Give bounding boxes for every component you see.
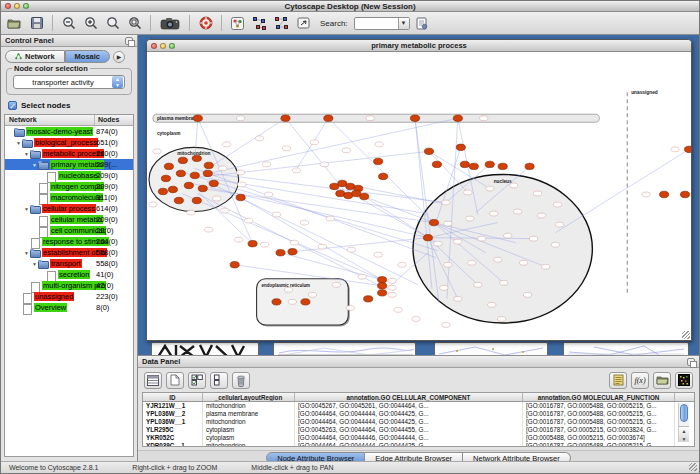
- column-header-molecular-function[interactable]: annotation.GO MOLECULAR_FUNCTION: [523, 393, 675, 401]
- select-attributes-icon[interactable]: [188, 372, 206, 389]
- manual-layout-icon[interactable]: [294, 14, 313, 32]
- network-tree-row[interactable]: ▼cellular process614(0): [5, 203, 133, 214]
- tree-column-network[interactable]: Network: [5, 115, 95, 125]
- attribute-table-row[interactable]: YJR121W__1mitochondrion[GO:0045267, GO:0…: [143, 402, 694, 410]
- network-node[interactable]: [324, 115, 333, 121]
- zoom-in-icon[interactable]: [81, 14, 100, 32]
- table-cell[interactable]: YPL036W__1: [143, 418, 203, 426]
- network-node[interactable]: [161, 175, 170, 181]
- network-tree-row[interactable]: ▼biological_process651(0): [5, 137, 133, 148]
- tree-expander-icon[interactable]: ▼: [23, 151, 30, 157]
- matrix-view-icon[interactable]: [675, 372, 693, 389]
- network-tree-row[interactable]: mosaic-demo-yeast874(0): [5, 126, 133, 137]
- node-color-attribute-select[interactable]: transporter activity ▲▼: [13, 75, 125, 89]
- network-tree-row[interactable]: nucleobase-209(0): [5, 170, 133, 181]
- network-node[interactable]: [378, 277, 387, 283]
- network-node[interactable]: [281, 115, 290, 121]
- network-tree-row[interactable]: ▼establishment of lo558(0): [5, 247, 133, 258]
- combo-stepper-icon[interactable]: ▲▼: [112, 76, 123, 88]
- network-node[interactable]: [272, 299, 281, 305]
- table-cell[interactable]: [GO:0044464, GO:0044444, GO:0044425, G..…: [295, 418, 523, 426]
- compartment-plasma-membrane[interactable]: [153, 114, 599, 122]
- network-node[interactable]: [424, 148, 433, 154]
- table-cell[interactable]: [GO:0005488, GO:0005215, GO:0003674]: [523, 434, 675, 442]
- table-cell[interactable]: YLR295C: [143, 426, 203, 434]
- unselect-attributes-icon[interactable]: [210, 372, 228, 389]
- network-node[interactable]: [423, 234, 432, 240]
- network-node[interactable]: [209, 180, 218, 186]
- network-tree-row[interactable]: Overview8(0): [5, 302, 133, 313]
- network-node[interactable]: [429, 219, 438, 225]
- app-resize-grip[interactable]: [689, 463, 697, 471]
- zoom-fit-icon[interactable]: [125, 14, 144, 32]
- network-node[interactable]: [469, 163, 478, 169]
- network-node[interactable]: [453, 115, 462, 121]
- background-window-fragment[interactable]: [434, 342, 548, 355]
- network-node[interactable]: [184, 182, 193, 188]
- tree-expander-icon[interactable]: ▼: [23, 250, 30, 256]
- search-input[interactable]: ▼: [354, 17, 410, 30]
- network-tree-row[interactable]: macromolecule311(0): [5, 192, 133, 203]
- table-cell[interactable]: mitochondrion: [203, 442, 295, 447]
- float-panel-icon[interactable]: [125, 37, 133, 45]
- table-cell[interactable]: mitochondrion: [203, 402, 295, 410]
- network-node[interactable]: [192, 197, 201, 203]
- table-cell[interactable]: [GO:0016787, GO:0005488, GO:0005215, G..…: [523, 442, 675, 447]
- network-tree-row[interactable]: cell communicat22(0): [5, 225, 133, 236]
- network-node[interactable]: [680, 191, 689, 197]
- search-options-icon[interactable]: [413, 14, 432, 32]
- tree-expander-icon[interactable]: ▼: [15, 140, 22, 146]
- tab-mosaic[interactable]: Mosaic: [65, 50, 110, 63]
- network-tree-row[interactable]: secretion41(0): [5, 269, 133, 280]
- import-attributes-icon[interactable]: [653, 372, 671, 389]
- attribute-table-row[interactable]: YKR052Ccytoplasm[GO:0044464, GO:0044446,…: [143, 434, 694, 442]
- network-node[interactable]: [378, 290, 387, 296]
- network-tree-row[interactable]: unassigned223(0): [5, 291, 133, 302]
- scrollbar-thumb[interactable]: [680, 404, 688, 422]
- tree-column-nodes[interactable]: Nodes: [95, 115, 133, 125]
- network-node[interactable]: [174, 197, 183, 203]
- background-window-fragment[interactable]: [273, 342, 416, 355]
- tab-network[interactable]: Network: [5, 50, 65, 63]
- network-node[interactable]: [193, 115, 202, 121]
- network-node[interactable]: [432, 161, 441, 167]
- tab-scroll-right-icon[interactable]: ▶: [113, 51, 125, 63]
- network-tree-row[interactable]: nitrogen compo209(0): [5, 181, 133, 192]
- network-node[interactable]: [164, 163, 173, 169]
- network-node[interactable]: [190, 172, 199, 178]
- table-cell[interactable]: [GO:0016787, GO:0005488, GO:0005215, G..…: [523, 418, 675, 426]
- network-node[interactable]: [485, 161, 494, 167]
- open-session-icon[interactable]: [5, 14, 24, 32]
- tree-expander-icon[interactable]: ▼: [23, 206, 30, 212]
- table-cell[interactable]: mitochondrion: [203, 418, 295, 426]
- attribute-grid-icon[interactable]: [144, 372, 162, 389]
- attribute-table-row[interactable]: YPL036W__1mitochondrion[GO:0044464, GO:0…: [143, 418, 694, 426]
- search-dropdown-arrow-icon[interactable]: ▼: [398, 18, 409, 29]
- table-cell[interactable]: [GO:0016787, GO:0005215, GO:0003824, G..…: [523, 426, 675, 434]
- network-tree-row[interactable]: cellular metabo209(0): [5, 214, 133, 225]
- network-node[interactable]: [364, 296, 373, 302]
- table-cell[interactable]: YDR039C__1: [143, 442, 203, 447]
- table-cell[interactable]: cytoplasm: [203, 434, 295, 442]
- table-cell[interactable]: [GO:0045263, GO:0044464, GO:0044455, G..…: [295, 426, 523, 434]
- network-node[interactable]: [236, 194, 245, 200]
- background-window-fragment[interactable]: [563, 342, 689, 355]
- zoom-selected-icon[interactable]: [103, 14, 122, 32]
- network-node[interactable]: [176, 170, 185, 176]
- network-node[interactable]: [410, 115, 419, 121]
- network-node[interactable]: [203, 170, 212, 176]
- table-cell[interactable]: cytoplasm: [203, 426, 295, 434]
- attribute-table-row[interactable]: YPL036W__2plasma membrane[GO:0044464, GO…: [143, 410, 694, 418]
- tree-expander-icon[interactable]: ▼: [31, 261, 38, 267]
- network-node[interactable]: [460, 161, 469, 167]
- table-cell[interactable]: plasma membrane: [203, 410, 295, 418]
- network-node[interactable]: [456, 144, 465, 150]
- scrollbar-arrows[interactable]: ▲▼: [679, 426, 689, 442]
- layout-network-2-icon[interactable]: [272, 14, 291, 32]
- network-node[interactable]: [158, 188, 167, 194]
- network-node[interactable]: [276, 249, 285, 255]
- table-cell[interactable]: YKR052C: [143, 434, 203, 442]
- help-lifering-icon[interactable]: [196, 14, 215, 32]
- snapshot-camera-icon[interactable]: [157, 14, 183, 32]
- network-node[interactable]: [230, 262, 239, 268]
